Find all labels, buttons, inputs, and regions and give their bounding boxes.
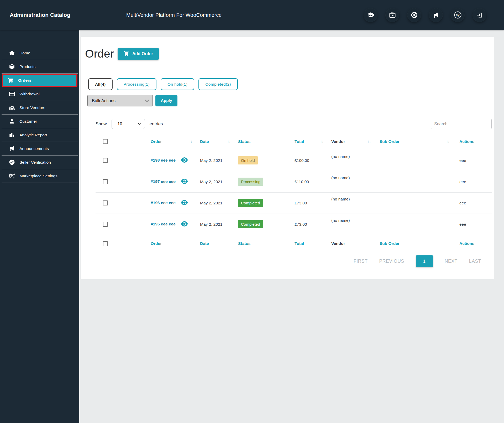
order-actions[interactable]: eee bbox=[457, 150, 492, 171]
order-link[interactable]: #196 eee eee bbox=[151, 200, 176, 205]
filter-on-hold-button[interactable]: On hold(1) bbox=[161, 78, 194, 90]
sort-icon[interactable]: ↑↓ bbox=[368, 139, 371, 143]
table-row: #195 eee eee May 2, 2021 Completed £73.0… bbox=[96, 214, 492, 235]
sidebar-item-products[interactable]: Products bbox=[2, 60, 78, 74]
graduation-cap-icon[interactable] bbox=[364, 8, 377, 22]
order-actions[interactable]: eee bbox=[457, 171, 492, 192]
sidebar-item-label: Customer bbox=[19, 119, 37, 124]
order-vendor: (no name) bbox=[331, 192, 378, 214]
page-size-select[interactable]: 10 bbox=[112, 119, 145, 129]
sort-icon[interactable]: ↑↓ bbox=[189, 139, 192, 143]
products-icon bbox=[8, 64, 15, 70]
top-bar: Administration Catalog MultiVendor Platf… bbox=[0, 0, 504, 30]
footer-column-vendor: Vendor bbox=[331, 241, 345, 246]
show-label: Show bbox=[96, 121, 107, 127]
footer-column-total: Total bbox=[295, 241, 304, 246]
sort-icon[interactable]: ↑↓ bbox=[320, 139, 323, 143]
wordpress-icon[interactable]: W bbox=[451, 8, 465, 22]
search-input[interactable] bbox=[431, 119, 492, 129]
sort-icon[interactable]: ↑↓ bbox=[446, 139, 449, 143]
users-icon bbox=[8, 105, 15, 111]
sidebar-item-label: Announcements bbox=[19, 146, 49, 151]
table-row: #198 eee eee May 2, 2021 On hold £100.00… bbox=[96, 150, 492, 171]
pagination-previous[interactable]: PREVIOUS bbox=[379, 259, 404, 264]
page-size-value: 10 bbox=[118, 122, 122, 126]
status-badge: Processing bbox=[238, 178, 263, 186]
column-header-total[interactable]: Total bbox=[295, 139, 304, 144]
megaphone-icon[interactable] bbox=[429, 8, 443, 22]
pagination-first[interactable]: FIRST bbox=[354, 259, 368, 264]
chevron-down-icon bbox=[138, 122, 141, 125]
view-order-icon[interactable] bbox=[181, 223, 188, 227]
sidebar-item-home[interactable]: Home bbox=[2, 46, 78, 60]
row-checkbox[interactable] bbox=[103, 179, 108, 184]
view-order-icon[interactable] bbox=[181, 202, 188, 206]
sidebar-item-label: Home bbox=[19, 51, 30, 55]
apply-button[interactable]: Apply bbox=[155, 95, 177, 106]
column-header-actions[interactable]: Actions bbox=[459, 139, 474, 144]
check-circle-icon bbox=[8, 159, 15, 165]
order-link[interactable]: #197 eee eee bbox=[151, 179, 176, 184]
order-total: £100.00 bbox=[294, 150, 331, 171]
column-header-date[interactable]: Date bbox=[200, 139, 209, 144]
order-sub-order bbox=[378, 150, 457, 171]
view-order-icon[interactable] bbox=[181, 159, 188, 163]
order-sub-order bbox=[378, 214, 457, 235]
header-icon-group: W bbox=[364, 0, 486, 30]
filter-all-button[interactable]: All(4) bbox=[88, 78, 113, 90]
sort-icon[interactable]: ↑↓ bbox=[227, 139, 230, 143]
row-checkbox[interactable] bbox=[103, 200, 108, 205]
page-title: Order bbox=[85, 47, 114, 60]
table-row: #197 eee eee May 2, 2021 Processing £110… bbox=[96, 171, 492, 192]
order-date: May 2, 2021 bbox=[200, 192, 238, 214]
row-checkbox[interactable] bbox=[103, 158, 108, 163]
sidebar-item-analytic-report[interactable]: Analytic Report bbox=[2, 128, 78, 142]
user-icon bbox=[8, 118, 15, 124]
app-logo: Administration Catalog bbox=[0, 12, 79, 18]
sidebar-item-marketplace-settings[interactable]: Marketplace Settings bbox=[2, 169, 78, 183]
wheel-icon[interactable] bbox=[407, 8, 421, 22]
order-total: £110.00 bbox=[294, 171, 331, 192]
home-icon bbox=[8, 50, 15, 56]
footer-column-order: Order bbox=[151, 241, 162, 246]
sidebar-item-label: Analytic Report bbox=[19, 133, 47, 137]
column-header-order[interactable]: Order bbox=[151, 139, 162, 144]
pagination-next[interactable]: NEXT bbox=[445, 259, 458, 264]
select-all-checkbox[interactable] bbox=[103, 241, 108, 246]
footer-column-date: Date bbox=[200, 241, 209, 246]
order-link[interactable]: #195 eee eee bbox=[151, 222, 176, 226]
add-order-label: Add Order bbox=[132, 51, 153, 56]
sidebar-item-announcements[interactable]: Announcements bbox=[2, 142, 78, 156]
tv-play-icon[interactable] bbox=[385, 8, 399, 22]
logout-icon[interactable] bbox=[472, 8, 486, 22]
cart-icon bbox=[7, 77, 14, 84]
sidebar-item-customer[interactable]: Customer bbox=[2, 115, 78, 128]
view-order-icon[interactable] bbox=[181, 180, 188, 185]
order-sub-order bbox=[378, 171, 457, 192]
order-actions[interactable]: eee bbox=[457, 192, 492, 214]
sidebar-item-withdrawal[interactable]: Withdrawal bbox=[2, 87, 78, 101]
pagination-last[interactable]: LAST bbox=[469, 259, 481, 264]
select-all-checkbox[interactable] bbox=[103, 139, 108, 144]
status-badge: Completed bbox=[238, 199, 263, 207]
footer-column-status: Status bbox=[238, 241, 250, 246]
status-badge: Completed bbox=[238, 220, 263, 228]
sidebar-item-orders[interactable]: Orders bbox=[2, 74, 77, 87]
order-link[interactable]: #198 eee eee bbox=[151, 158, 176, 162]
add-order-button[interactable]: Add Order bbox=[118, 48, 159, 60]
gears-icon bbox=[8, 173, 15, 179]
filter-processing-button[interactable]: Processing(1) bbox=[117, 78, 157, 90]
pagination-page-1[interactable]: 1 bbox=[416, 255, 433, 267]
sidebar-item-store-vendors[interactable]: Store Vendors bbox=[2, 101, 78, 115]
sidebar-item-seller-verification[interactable]: Seller Verification bbox=[2, 156, 78, 169]
column-header-sub-order[interactable]: Sub Order bbox=[380, 139, 400, 144]
filter-completed-button[interactable]: Completed(2) bbox=[198, 78, 238, 90]
column-header-status[interactable]: Status bbox=[238, 139, 250, 144]
bulk-actions-select[interactable]: Bulk Actions bbox=[87, 95, 153, 106]
column-header-vendor[interactable]: Vendor bbox=[331, 139, 345, 144]
order-actions[interactable]: eee bbox=[457, 214, 492, 235]
bar-chart-icon bbox=[8, 132, 15, 138]
row-checkbox[interactable] bbox=[103, 222, 108, 227]
entries-label: entries bbox=[150, 121, 163, 127]
footer-column-actions: Actions bbox=[459, 241, 474, 246]
